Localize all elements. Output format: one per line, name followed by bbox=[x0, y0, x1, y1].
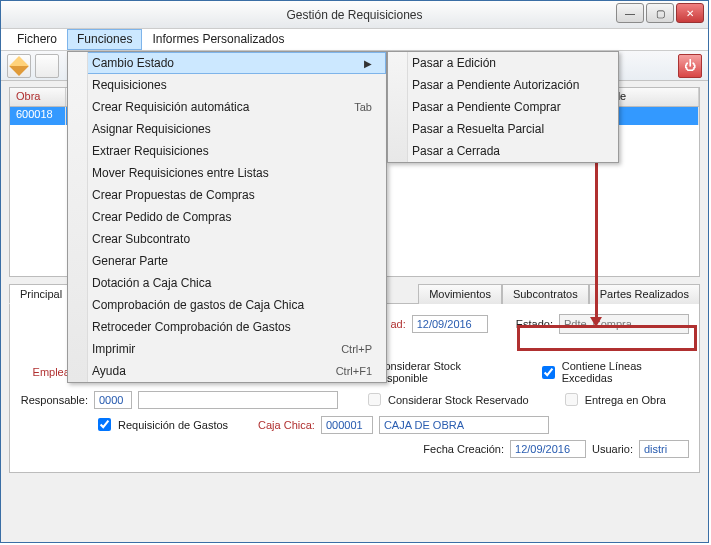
dd-pasar-cerrada[interactable]: Pasar a Cerrada bbox=[388, 140, 618, 162]
dd-mover-requisiciones[interactable]: Mover Requisiciones entre Listas bbox=[68, 162, 386, 184]
responsable-code-input[interactable] bbox=[94, 391, 132, 409]
caja-chica-label: Caja Chica: bbox=[258, 419, 315, 431]
edit-button[interactable] bbox=[7, 54, 31, 78]
dd-comprobacion-gastos[interactable]: Comprobación de gastos de Caja Chica bbox=[68, 294, 386, 316]
fecha-necesidad-label: ad: bbox=[390, 318, 405, 330]
close-button[interactable]: ✕ bbox=[676, 3, 704, 23]
usuario-input[interactable] bbox=[639, 440, 689, 458]
chevron-down-icon: ⌄ bbox=[675, 318, 684, 331]
dd-ayuda[interactable]: Ayuda Ctrl+F1 bbox=[68, 360, 386, 382]
minimize-button[interactable]: — bbox=[616, 3, 644, 23]
chevron-right-icon: ▶ bbox=[364, 58, 372, 69]
power-button[interactable]: ⏻ bbox=[678, 54, 702, 78]
col-obra[interactable]: Obra bbox=[10, 88, 66, 106]
dd-cambio-estado[interactable]: Cambio Estado ▶ bbox=[68, 52, 386, 74]
caja-chica-code-input[interactable] bbox=[321, 416, 373, 434]
menu-informes-personalizados[interactable]: Informes Personalizados bbox=[142, 29, 294, 50]
estado-label: Estado: bbox=[516, 318, 553, 330]
usuario-label: Usuario: bbox=[592, 443, 633, 455]
tab-movimientos[interactable]: Movimientos bbox=[418, 284, 502, 304]
chk-stock-reservado[interactable]: Considerar Stock Reservado bbox=[364, 390, 529, 409]
dd-crear-propuestas-compras[interactable]: Crear Propuestas de Compras bbox=[68, 184, 386, 206]
estado-value: Pdte. Compra bbox=[564, 318, 632, 330]
chk-lineas-excedidas[interactable]: Contiene Líneas Excedidas bbox=[538, 360, 689, 384]
dd-generar-parte[interactable]: Generar Parte bbox=[68, 250, 386, 272]
dd-crear-subcontrato[interactable]: Crear Subcontrato bbox=[68, 228, 386, 250]
responsable-label: Responsable: bbox=[20, 394, 88, 406]
menu-fichero[interactable]: Fichero bbox=[7, 29, 67, 50]
tab-principal[interactable]: Principal bbox=[9, 284, 73, 304]
chk-entrega-obra[interactable]: Entrega en Obra bbox=[561, 390, 666, 409]
cell-obra: 600018 bbox=[10, 107, 66, 125]
funciones-dropdown: Cambio Estado ▶ Requisiciones Crear Requ… bbox=[67, 51, 387, 383]
estado-select[interactable]: Pdte. Compra ⌄ bbox=[559, 314, 689, 334]
titlebar: Gestión de Requisiciones — ▢ ✕ bbox=[1, 1, 708, 29]
dd-pasar-pendiente-comprar[interactable]: Pasar a Pendiente Comprar bbox=[388, 96, 618, 118]
tab-partes-realizados[interactable]: Partes Realizados bbox=[589, 284, 700, 304]
dd-crear-pedido-compras[interactable]: Crear Pedido de Compras bbox=[68, 206, 386, 228]
dd-dotacion-caja-chica[interactable]: Dotación a Caja Chica bbox=[68, 272, 386, 294]
dd-asignar-requisiciones[interactable]: Asignar Requisiciones bbox=[68, 118, 386, 140]
window-title: Gestión de Requisiciones bbox=[286, 8, 422, 22]
cambio-estado-submenu: Pasar a Edición Pasar a Pendiente Autori… bbox=[387, 51, 619, 163]
dd-requisiciones[interactable]: Requisiciones bbox=[68, 74, 386, 96]
pencil-icon bbox=[9, 56, 29, 76]
toolbar-button-2[interactable] bbox=[35, 54, 59, 78]
dd-crear-requisicion-automatica[interactable]: Crear Requisición automática Tab bbox=[68, 96, 386, 118]
dd-pasar-resuelta-parcial[interactable]: Pasar a Resuelta Parcial bbox=[388, 118, 618, 140]
tab-subcontratos[interactable]: Subcontratos bbox=[502, 284, 589, 304]
maximize-button[interactable]: ▢ bbox=[646, 3, 674, 23]
caja-chica-name-input[interactable] bbox=[379, 416, 549, 434]
fecha-creacion-label: Fecha Creación: bbox=[423, 443, 504, 455]
menubar: Fichero Funciones Informes Personalizado… bbox=[1, 29, 708, 51]
dd-pasar-pendiente-autorizacion[interactable]: Pasar a Pendiente Autorización bbox=[388, 74, 618, 96]
dd-pasar-edicion[interactable]: Pasar a Edición bbox=[388, 52, 618, 74]
responsable-name-input[interactable] bbox=[138, 391, 338, 409]
dd-extraer-requisiciones[interactable]: Extraer Requisiciones bbox=[68, 140, 386, 162]
fecha-necesidad-input[interactable] bbox=[412, 315, 488, 333]
menu-funciones[interactable]: Funciones bbox=[67, 29, 142, 50]
dd-imprimir[interactable]: Imprimir Ctrl+P bbox=[68, 338, 386, 360]
fecha-creacion-input[interactable] bbox=[510, 440, 586, 458]
chk-requisicion-gastos[interactable]: Requisición de Gastos bbox=[94, 415, 228, 434]
dd-retroceder-comprobacion[interactable]: Retroceder Comprobación de Gastos bbox=[68, 316, 386, 338]
